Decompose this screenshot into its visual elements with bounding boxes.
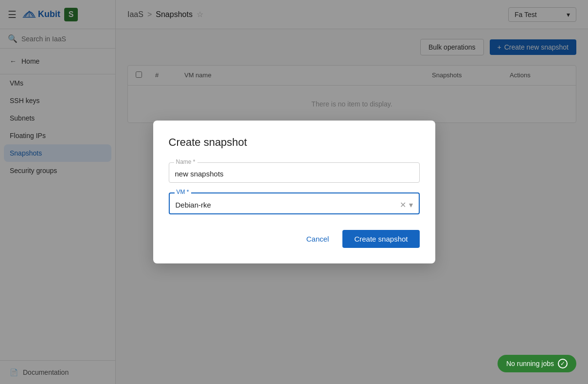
jobs-badge[interactable]: No running jobs ✓ [498,355,576,372]
name-field-wrapper: Name * [169,162,420,183]
vm-dropdown-icon[interactable]: ▾ [409,200,413,209]
create-snapshot-modal: Create snapshot Name * VM * ✕ ▾ Cancel C… [153,121,435,263]
vm-field-label: VM * [175,189,191,195]
vm-field: VM * ✕ ▾ [169,192,420,214]
vm-field-icons: ✕ ▾ [400,200,413,209]
name-field: Name * [169,162,420,183]
jobs-check-icon: ✓ [558,359,568,368]
modal-overlay: Create snapshot Name * VM * ✕ ▾ Cancel C… [0,0,588,384]
jobs-label: No running jobs [506,360,554,367]
vm-clear-icon[interactable]: ✕ [400,200,406,209]
modal-actions: Cancel Create snapshot [169,230,420,248]
vm-input[interactable] [176,201,400,209]
create-snapshot-submit-button[interactable]: Create snapshot [342,230,419,248]
name-input[interactable] [175,170,413,178]
cancel-button[interactable]: Cancel [299,230,337,248]
vm-field-wrapper: VM * ✕ ▾ [169,192,420,214]
name-field-label: Name * [174,158,197,165]
modal-title: Create snapshot [169,136,420,149]
